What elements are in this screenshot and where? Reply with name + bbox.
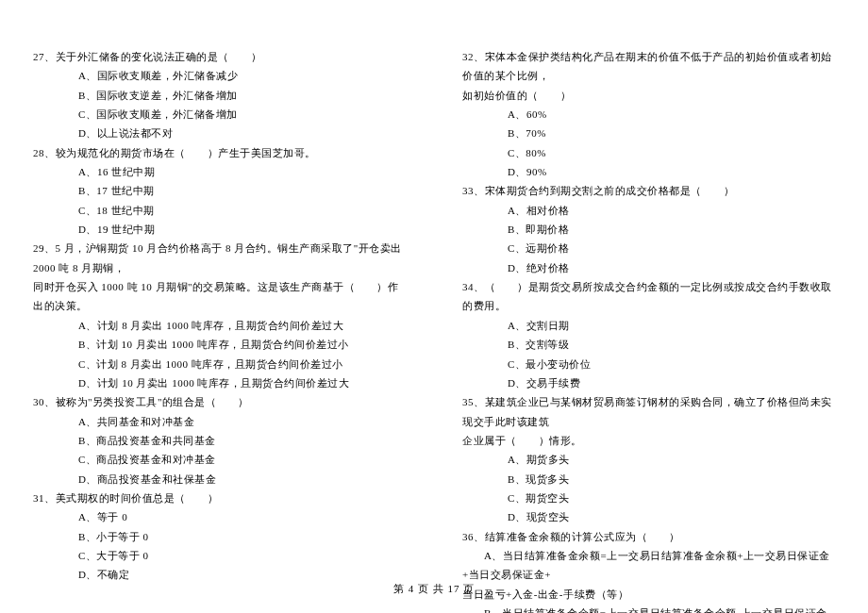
option-27-a: A、国际收支顺差，外汇储备减少 [33, 66, 406, 85]
option-28-d: D、19 世纪中期 [33, 220, 406, 239]
option-29-d: D、计划 10 月卖出 1000 吨库存，且期货合约间价差过大 [33, 373, 406, 392]
option-27-d: D、以上说法都不对 [33, 124, 406, 142]
option-32-a: A、60% [462, 105, 835, 124]
option-35-b: B、现货多头 [462, 470, 835, 489]
option-31-b: B、小于等于 0 [33, 527, 406, 546]
option-30-b: B、商品投资基金和共同基金 [33, 431, 406, 450]
option-32-b: B、70% [462, 124, 835, 142]
option-32-d: D、90% [462, 162, 835, 181]
option-31-a: A、等于 0 [33, 507, 406, 526]
option-30-d: D、商品投资基金和社保基金 [33, 470, 406, 489]
question-29-line2: 同时开仓买入 1000 吨 10 月期铜"的交易策略。这是该生产商基于（ ）作出… [33, 277, 406, 316]
option-27-c: C、国际收支顺差，外汇储备增加 [33, 105, 406, 124]
option-28-c: C、18 世纪中期 [33, 201, 406, 220]
question-32-line2: 如初始价值的（ ） [462, 86, 835, 105]
option-30-c: C、商品投资基金和对冲基金 [33, 450, 406, 469]
option-29-a: A、计划 8 月卖出 1000 吨库存，且期货合约间价差过大 [33, 316, 406, 335]
two-column-layout: 27、关于外汇储备的变化说法正确的是（ ） A、国际收支顺差，外汇储备减少 B、… [33, 47, 835, 575]
option-27-b: B、国际收支逆差，外汇储备增加 [33, 86, 406, 105]
left-column: 27、关于外汇储备的变化说法正确的是（ ） A、国际收支顺差，外汇储备减少 B、… [33, 47, 406, 575]
question-34: 34、（ ）是期货交易所按成交合约金额的一定比例或按成交合约手数收取的费用。 [462, 277, 835, 316]
question-35-line1: 35、某建筑企业已与某钢材贸易商签订钢材的采购合同，确立了价格但尚未实现交手此时… [462, 392, 835, 431]
option-29-c: C、计划 8 月卖出 1000 吨库存，且期货合约间价差过小 [33, 355, 406, 373]
option-35-a: A、期货多头 [462, 450, 835, 469]
option-28-a: A、16 世纪中期 [33, 162, 406, 181]
option-31-c: C、大于等于 0 [33, 546, 406, 565]
option-36-a-line1: A、当日结算准备金余额=上一交易日结算准备金余额+上一交易日保证金+当日交易保证… [462, 546, 835, 585]
question-35-line2: 企业属于（ ）情形。 [462, 431, 835, 450]
option-33-a: A、相对价格 [462, 201, 835, 220]
option-33-c: C、远期价格 [462, 239, 835, 257]
option-34-c: C、最小变动价位 [462, 355, 835, 373]
option-34-d: D、交易手续费 [462, 373, 835, 392]
question-32-line1: 32、宋体本金保护类结构化产品在期末的价值不低于产品的初始价值或者初始价值的某个… [462, 47, 835, 86]
question-29-line1: 29、5 月，沪铜期货 10 月合约价格高于 8 月合约。铜生产商采取了"开仓卖… [33, 239, 406, 277]
question-27: 27、关于外汇储备的变化说法正确的是（ ） [33, 47, 406, 66]
page-footer: 第 4 页 共 17 页 [0, 582, 868, 596]
question-31: 31、美式期权的时间价值总是（ ） [33, 489, 406, 507]
question-28: 28、较为规范化的期货市场在（ ）产生于美国芝加哥。 [33, 143, 406, 162]
option-29-b: B、计划 10 月卖出 1000 吨库存，且期货合约间价差过小 [33, 335, 406, 354]
right-column: 32、宋体本金保护类结构化产品在期末的价值不低于产品的初始价值或者初始价值的某个… [462, 47, 835, 575]
option-32-c: C、80% [462, 143, 835, 162]
option-34-a: A、交割日期 [462, 316, 835, 335]
option-30-a: A、共同基金和对冲基金 [33, 412, 406, 431]
option-36-b-line1: B、当日结算准备金余额=上一交易日结算准备金余额-上一交易日保证金+当日交易保证… [462, 604, 835, 613]
option-35-c: C、期货空头 [462, 489, 835, 507]
option-28-b: B、17 世纪中期 [33, 181, 406, 200]
option-33-b: B、即期价格 [462, 220, 835, 239]
option-35-d: D、现货空头 [462, 507, 835, 526]
option-33-d: D、绝对价格 [462, 258, 835, 277]
question-33: 33、宋体期货合约到期交割之前的成交价格都是（ ） [462, 181, 835, 200]
question-36: 36、结算准备金余额的计算公式应为（ ） [462, 527, 835, 546]
question-30: 30、被称为"另类投资工具"的组合是（ ） [33, 392, 406, 411]
option-34-b: B、交割等级 [462, 335, 835, 354]
